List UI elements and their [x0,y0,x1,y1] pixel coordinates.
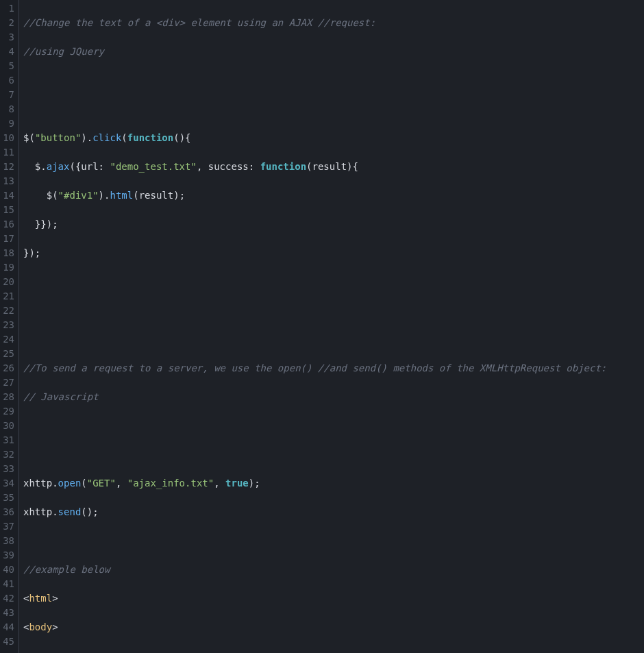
code-line: xhttp.send(); [23,505,644,519]
code-line [23,275,644,289]
line-number: 1 [1,1,14,16]
code-line: <body> [23,620,644,634]
line-number: 44 [1,620,14,634]
line-number: 31 [1,433,14,447]
code-line [23,332,644,347]
line-number: 6 [1,73,14,88]
code-line: }); [23,246,644,260]
code-line: $.ajax({url: "demo_test.txt", success: f… [23,160,644,174]
comment-text: // Javascript [23,391,99,402]
line-number: 20 [1,275,14,289]
line-number: 41 [1,577,14,591]
line-number: 32 [1,447,14,462]
line-number: 17 [1,232,14,246]
line-number-gutter: 1234567891011121314151617181920212223242… [0,0,19,653]
line-number: 25 [1,347,14,361]
line-number: 39 [1,548,14,563]
line-number: 28 [1,390,14,404]
line-number: 13 [1,174,14,188]
code-line: $("button").click(function(){ [23,131,644,145]
line-number: 37 [1,519,14,534]
line-number: 4 [1,45,14,59]
line-number: 35 [1,491,14,505]
code-line: //To send a request to a server, we use … [23,361,644,375]
line-number: 2 [1,16,14,30]
line-number: 26 [1,361,14,375]
code-line [23,447,644,462]
code-line [23,102,644,116]
line-number: 9 [1,116,14,131]
code-line: $("#div1").html(result); [23,188,644,203]
line-number: 3 [1,30,14,45]
line-number: 22 [1,304,14,318]
line-number: 23 [1,318,14,332]
code-line [23,649,644,653]
line-number: 19 [1,260,14,275]
line-number: 29 [1,404,14,419]
line-number: 7 [1,88,14,102]
line-number: 11 [1,145,14,160]
line-number: 45 [1,634,14,649]
comment-text: //example below [23,564,110,575]
line-number: 16 [1,217,14,232]
code-line [23,304,644,318]
code-line [23,419,644,433]
code-editor-content[interactable]: //Change the text of a <div> element usi… [19,0,644,653]
line-number: 36 [1,505,14,519]
code-line [23,534,644,548]
line-number: 18 [1,246,14,260]
code-line: <html> [23,591,644,606]
line-number: 38 [1,534,14,548]
code-line: //using JQuery [23,45,644,59]
line-number: 40 [1,563,14,577]
line-number: 21 [1,289,14,304]
line-number: 34 [1,476,14,491]
code-line: //Change the text of a <div> element usi… [23,16,644,30]
line-number: 27 [1,375,14,390]
code-line: }}); [23,217,644,232]
line-number: 24 [1,332,14,347]
comment-text: //using JQuery [23,46,104,57]
line-number: 14 [1,188,14,203]
code-line: //example below [23,563,644,577]
code-line: xhttp.open("GET", "ajax_info.txt", true)… [23,476,644,491]
line-number: 8 [1,102,14,116]
comment-text: //Change the text of a <div> element usi… [23,17,375,28]
line-number: 12 [1,160,14,174]
line-number: 33 [1,462,14,476]
line-number: 42 [1,591,14,606]
line-number: 5 [1,59,14,73]
line-number: 15 [1,203,14,217]
code-line: // Javascript [23,390,644,404]
line-number: 10 [1,131,14,145]
code-line [23,73,644,88]
comment-text: //To send a request to a server, we use … [23,362,606,373]
line-number: 43 [1,606,14,620]
line-number: 30 [1,419,14,433]
